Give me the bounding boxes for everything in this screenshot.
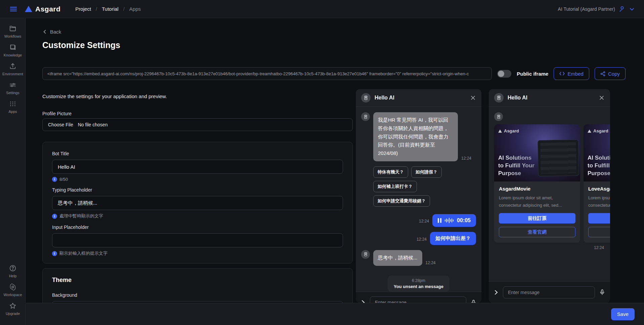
typing-message-row: 思考中，請稍候... 12:24: [361, 250, 476, 266]
message-time: 12:24: [461, 156, 471, 161]
card-name: AsgardMovie: [499, 186, 575, 192]
card-primary-button[interactable]: 前往訂票: [499, 213, 575, 224]
save-button[interactable]: Save: [611, 308, 635, 320]
chevron-right-icon[interactable]: [360, 300, 366, 303]
sidebar-label: Workspace: [4, 293, 22, 297]
card-image-title: AI Solutions to Fulfill Your Purpose: [498, 154, 534, 177]
audio-duration: 00:05: [457, 217, 471, 224]
bot-avatar: [361, 250, 370, 259]
card-brand: Asgard: [588, 128, 608, 133]
hamburger-menu-icon[interactable]: [9, 5, 17, 13]
product-card-loveasgard: Asgard AI Solutions to Fulfill Your Purp…: [584, 124, 610, 243]
message-time: 12:24: [426, 260, 436, 265]
chat-message-input[interactable]: [503, 286, 595, 298]
sidebar-item-workspace[interactable]: Workspace: [4, 283, 22, 297]
iframe-code-input[interactable]: [42, 67, 492, 80]
mic-icon[interactable]: [470, 299, 477, 303]
page-title: Customize Settings: [42, 40, 120, 50]
close-icon[interactable]: [599, 95, 605, 101]
copy-button[interactable]: Copy: [595, 67, 626, 80]
card-secondary-button[interactable]: 查看官網: [588, 227, 610, 237]
product-card-asgardmovie: Asgard AI Solutions to Fulfill Your Purp…: [494, 124, 580, 243]
audio-message-row: 12:24 00:05: [361, 214, 476, 227]
chevron-left-icon: [42, 29, 47, 34]
input-placeholder-hint: 顯示於輸入框的提示文字: [59, 250, 108, 256]
chat-preview-panel-1: Hello AI 我是HR 常見問答 AI，我可以回答你各項關於人資相關的問題，…: [356, 89, 481, 303]
suggestion-chip[interactable]: 特休有幾天？: [373, 166, 408, 178]
triangle-logo-icon: [25, 6, 32, 12]
brand-name: Asgard: [35, 5, 60, 13]
sidebar-item-workflows[interactable]: Workflows: [4, 25, 22, 38]
input-placeholder-input[interactable]: [52, 233, 343, 247]
sidebar-label: Apps: [8, 110, 17, 114]
waveform-icon: [445, 218, 454, 223]
breadcrumb-separator: /: [96, 6, 97, 12]
sidebar-label: Settings: [6, 91, 19, 95]
robot-icon: [496, 95, 502, 100]
account-menu[interactable]: AI Tutorial (Asgard Partner): [558, 5, 635, 13]
card-carousel: Asgard AI Solutions to Fulfill Your Purp…: [494, 124, 610, 243]
asgard-logo[interactable]: Asgard: [25, 5, 60, 13]
breadcrumb-tutorial[interactable]: Tutorial: [102, 6, 118, 12]
card-brand-name: Asgard: [593, 128, 608, 133]
chat-message-input[interactable]: [370, 296, 466, 303]
breadcrumb: Project / Tutorial / Apps: [75, 6, 141, 12]
robot-icon: [363, 252, 368, 257]
card-secondary-button[interactable]: 查看官網: [499, 227, 575, 237]
user-message-row: 12:24 如何申請出差？: [361, 232, 476, 245]
bot-title-input[interactable]: [52, 160, 343, 174]
suggestion-chip[interactable]: 如何申請交通費用核銷？: [373, 195, 430, 207]
profile-picture-label: Profile Picture: [42, 111, 72, 116]
sidebar-item-environment[interactable]: Environment: [2, 63, 23, 76]
background-label: Background: [52, 292, 343, 298]
embed-button[interactable]: Embed: [554, 67, 589, 80]
bot-title-counter: 8/50: [59, 177, 68, 182]
left-sidebar: Workflows Knowledge Environment Settings…: [0, 18, 26, 325]
sidebar-label: Knowledge: [4, 53, 22, 57]
user-message-bubble: 如何申請出差？: [430, 232, 476, 245]
mic-icon[interactable]: [599, 289, 605, 295]
audio-message-bubble[interactable]: 00:05: [432, 214, 476, 227]
suggestion-chip[interactable]: 如何補上班打卡？: [373, 181, 417, 192]
robot-icon: [363, 95, 369, 100]
public-iframe-toggle[interactable]: [497, 70, 511, 78]
public-iframe-label: Public iframe: [517, 71, 548, 77]
profile-picture-file-input[interactable]: Choose File No file chosen: [42, 118, 353, 131]
suggestion-chip[interactable]: 如何請假？: [411, 166, 442, 178]
sidebar-item-knowledge[interactable]: Knowledge: [4, 44, 22, 57]
robot-icon: [363, 114, 368, 119]
user-icon: [618, 5, 626, 13]
info-icon: i: [52, 214, 57, 219]
chat-header: Hello AI: [356, 89, 481, 107]
chat-title: Hello AI: [375, 95, 466, 101]
chevron-down-icon: [629, 6, 635, 12]
input-placeholder-label: Input Placeholder: [52, 225, 343, 230]
code-icon: [559, 71, 565, 76]
card-description: Lorem ipsum dolor sit amet, consectetur …: [499, 194, 575, 209]
sidebar-item-help[interactable]: Help: [9, 265, 17, 278]
sidebar-item-settings[interactable]: Settings: [6, 81, 19, 95]
chevron-right-icon[interactable]: [493, 290, 499, 295]
breadcrumb-project[interactable]: Project: [75, 6, 91, 12]
robot-icon: [496, 114, 501, 119]
info-icon: i: [52, 177, 57, 182]
chat-input-bar: [356, 292, 481, 303]
unsent-message-notice: 6:28pm You unsent an message: [388, 276, 449, 292]
pause-icon: [438, 218, 441, 223]
close-icon[interactable]: [470, 95, 476, 101]
back-button[interactable]: Back: [42, 29, 61, 35]
theme-title: Theme: [52, 277, 343, 284]
share-icon: [600, 71, 605, 76]
chat-header: Hello AI: [489, 89, 610, 107]
breadcrumb-apps[interactable]: Apps: [129, 6, 141, 12]
help-icon: [9, 265, 16, 272]
typing-bubble: 思考中，請稍候...: [373, 250, 422, 266]
card-primary-button[interactable]: 前往訂票: [588, 213, 610, 224]
choose-file-label[interactable]: Choose File: [48, 122, 73, 127]
breadcrumb-separator: /: [123, 6, 125, 12]
bot-avatar: [494, 112, 503, 121]
sidebar-item-upgrade[interactable]: Upgrade: [6, 302, 20, 316]
sidebar-item-apps[interactable]: Apps: [8, 100, 17, 114]
typing-placeholder-input[interactable]: [52, 196, 343, 210]
card-image-title: AI Solutions to Fulfill Your Purpose: [588, 154, 610, 177]
